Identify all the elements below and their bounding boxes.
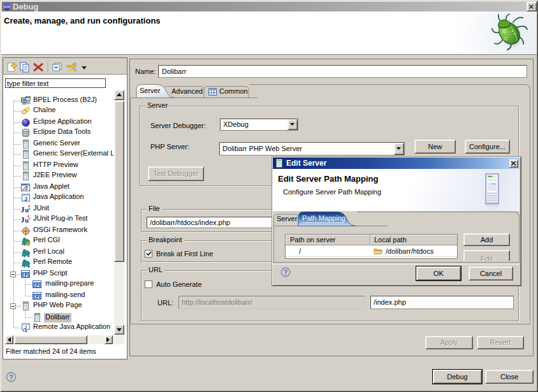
svg-text:u: u [25,216,29,224]
svg-text:J: J [24,324,27,330]
svg-text:?: ? [284,269,287,276]
svg-text:u: u [25,206,29,214]
svg-text:?: ? [10,374,13,381]
svg-text:J: J [24,196,27,202]
svg-text:J: J [25,185,28,191]
